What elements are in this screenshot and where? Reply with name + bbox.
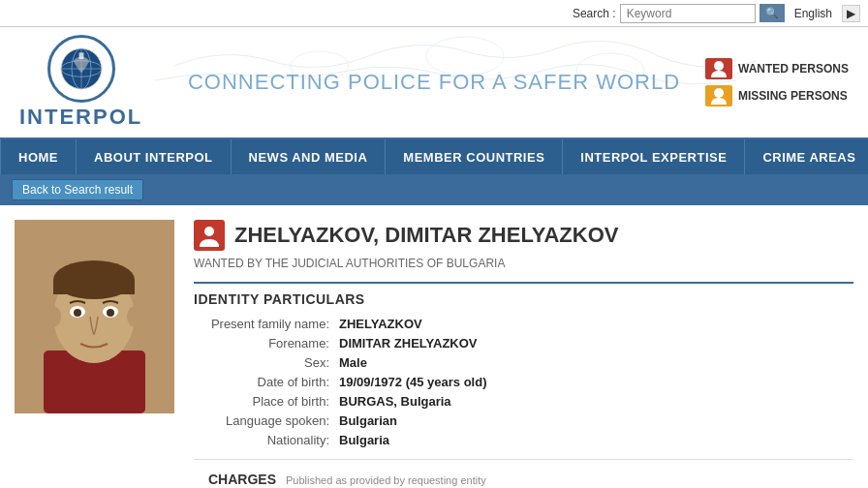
person-photo xyxy=(15,220,174,413)
search-label: Search : xyxy=(573,7,616,20)
content-area: Back to Search result xyxy=(0,174,868,488)
detail-label: Date of birth: xyxy=(194,375,339,389)
missing-persons-icon xyxy=(709,87,728,105)
detail-row: Forename: DIMITAR ZHELYAZKOV xyxy=(194,336,853,351)
detail-value: BURGAS, Bulgaria xyxy=(339,394,451,409)
detail-value: 19/09/1972 (45 years old) xyxy=(339,375,487,389)
svg-point-17 xyxy=(46,306,61,327)
nav-home[interactable]: HOME xyxy=(0,139,77,174)
search-input[interactable] xyxy=(620,4,756,23)
svg-point-9 xyxy=(714,61,724,71)
charges-section: CHARGES Published as provided by request… xyxy=(194,459,853,488)
person-photo-svg xyxy=(15,220,174,413)
fields-container: Present family name: ZHELYAZKOV Forename… xyxy=(194,317,853,447)
back-button[interactable]: Back to Search result xyxy=(12,179,143,200)
right-links: WANTED PERSONS MISSING PERSONS xyxy=(705,58,849,107)
nav-crime-areas[interactable]: CRIME AREAS xyxy=(745,139,868,174)
detail-value: ZHELYAZKOV xyxy=(339,317,422,331)
logo-globe-icon xyxy=(57,45,106,93)
nav-bar: HOME ABOUT INTERPOL NEWS AND MEDIA MEMBE… xyxy=(0,139,868,174)
nav-member-countries[interactable]: MEMBER COUNTRIES xyxy=(386,139,563,174)
detail-value: Male xyxy=(339,355,367,370)
wanted-persons-label: WANTED PERSONS xyxy=(738,62,849,76)
nav-expertise[interactable]: INTERPOL EXPERTISE xyxy=(563,139,745,174)
detail-label: Present family name: xyxy=(194,317,339,331)
content-wrapper[interactable]: ZHELYAZKOV, DIMITAR ZHELYAZKOV WANTED BY… xyxy=(0,205,868,488)
top-bar: Search : 🔍 English ▶ xyxy=(0,0,868,27)
person-name: ZHELYAZKOV, DIMITAR ZHELYAZKOV xyxy=(234,223,618,248)
detail-label: Sex: xyxy=(194,355,339,370)
back-bar: Back to Search result xyxy=(0,174,868,205)
svg-point-10 xyxy=(714,88,724,98)
detail-row: Place of birth: BURGAS, Bulgaria xyxy=(194,394,853,409)
wanted-icon xyxy=(705,58,732,79)
header: INTERPOL CONNECTING POLICE FOR A SAFER W… xyxy=(0,27,868,139)
svg-point-22 xyxy=(107,309,114,317)
nav-news[interactable]: NEWS AND MEDIA xyxy=(232,139,387,174)
search-button[interactable]: 🔍 xyxy=(760,4,785,22)
missing-icon xyxy=(705,85,732,107)
wanted-badge-icon xyxy=(196,222,223,249)
missing-persons-link[interactable]: MISSING PERSONS xyxy=(705,85,849,107)
logo-circle xyxy=(47,35,115,103)
tagline: CONNECTING POLICE FOR A SAFER WORLD xyxy=(188,70,680,95)
wanted-persons-link[interactable]: WANTED PERSONS xyxy=(705,58,849,79)
profile-section: ZHELYAZKOV, DIMITAR ZHELYAZKOV WANTED BY… xyxy=(0,205,868,488)
charges-title: CHARGES xyxy=(208,472,276,487)
detail-label: Language spoken: xyxy=(194,413,339,428)
svg-point-21 xyxy=(74,309,81,317)
language-selector[interactable]: English xyxy=(794,7,832,20)
identity-section: IDENTITY PARTICULARS Present family name… xyxy=(194,282,853,447)
detail-value: Bulgarian xyxy=(339,413,397,428)
nav-about[interactable]: ABOUT INTERPOL xyxy=(77,139,232,174)
svg-point-18 xyxy=(127,306,142,327)
svg-rect-16 xyxy=(53,280,135,294)
charges-subtitle: Published as provided by requesting enti… xyxy=(286,474,486,486)
svg-point-24 xyxy=(204,227,214,236)
logo-area[interactable]: INTERPOL xyxy=(19,35,142,130)
missing-persons-label: MISSING PERSONS xyxy=(738,89,848,103)
detail-value: Bulgaria xyxy=(339,433,389,447)
detail-label: Place of birth: xyxy=(194,394,339,409)
identity-title: IDENTITY PARTICULARS xyxy=(194,291,853,307)
person-header: ZHELYAZKOV, DIMITAR ZHELYAZKOV xyxy=(194,220,853,251)
svg-rect-8 xyxy=(78,52,83,59)
wanted-by-text: WANTED BY THE JUDICIAL AUTHORITIES OF BU… xyxy=(194,257,853,270)
detail-value: DIMITAR ZHELYAZKOV xyxy=(339,336,478,351)
detail-label: Forename: xyxy=(194,336,339,351)
detail-row: Sex: Male xyxy=(194,355,853,370)
detail-row: Date of birth: 19/09/1972 (45 years old) xyxy=(194,375,853,389)
detail-row: Language spoken: Bulgarian xyxy=(194,413,853,428)
details-area: ZHELYAZKOV, DIMITAR ZHELYAZKOV WANTED BY… xyxy=(194,220,853,488)
wanted-persons-icon xyxy=(709,60,728,77)
wanted-red-icon xyxy=(194,220,225,251)
interpol-logo-text: INTERPOL xyxy=(19,105,142,130)
detail-row: Present family name: ZHELYAZKOV xyxy=(194,317,853,331)
expand-button[interactable]: ▶ xyxy=(842,5,860,22)
detail-label: Nationality: xyxy=(194,433,339,447)
charges-header: CHARGES Published as provided by request… xyxy=(208,472,839,487)
detail-row: Nationality: Bulgaria xyxy=(194,433,853,447)
search-area: Search : 🔍 xyxy=(573,4,785,23)
